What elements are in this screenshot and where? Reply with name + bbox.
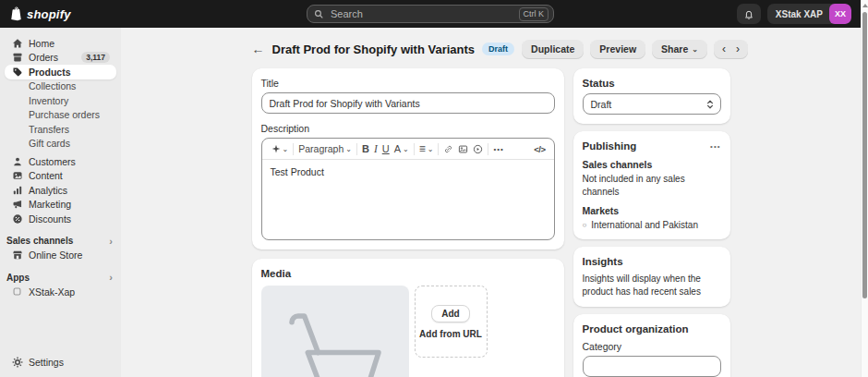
sales-channels-label: Sales channels [583, 159, 721, 170]
button-label: Share [661, 43, 688, 55]
sidebar-item-transfers[interactable]: Transfers [5, 122, 116, 137]
status-badge: Draft [482, 43, 514, 55]
sidebar-item-label: Online Store [29, 249, 82, 261]
sidebar-item-customers[interactable]: Customers [5, 154, 116, 169]
tag-icon [11, 67, 23, 78]
select-stepper-icon [706, 99, 714, 110]
category-input[interactable] [583, 356, 721, 377]
italic-button[interactable]: I [374, 143, 378, 154]
sidebar-item-online-store[interactable]: Online Store [5, 249, 116, 263]
sidebar-item-discounts[interactable]: Discounts [5, 212, 116, 226]
status-select[interactable]: Draft [583, 93, 721, 115]
button-label: Duplicate [531, 43, 574, 55]
bold-button[interactable]: B [362, 143, 369, 154]
search-shortcut-hint: Ctrl K [519, 7, 549, 21]
share-button[interactable]: Share ⌄ [652, 40, 707, 59]
paragraph-label: Paragraph [298, 143, 344, 154]
content-icon [11, 170, 23, 181]
sidebar: Home Orders 3,117 Products Collections I… [0, 28, 121, 377]
markets-value: International and Pakistan [591, 220, 698, 230]
sidebar-item-content[interactable]: Content [5, 169, 116, 184]
markets-row: ○ International and Pakistan [583, 220, 721, 230]
text-color-button[interactable]: A ⌄ [394, 143, 409, 154]
more-formatting-button[interactable]: ••• [493, 145, 503, 153]
status-card: Status Draft [573, 68, 730, 124]
publishing-card: Publishing ••• Sales channels Not includ… [573, 131, 730, 239]
back-button[interactable]: ← [252, 43, 265, 55]
shopify-logo[interactable]: shopify [0, 6, 71, 21]
insights-text: Insights will display when the product h… [583, 273, 721, 298]
search-input[interactable] [329, 7, 514, 20]
add-from-url-button[interactable]: Add from URL [419, 329, 482, 339]
sidebar-section-sales-channels[interactable]: Sales channels › [5, 234, 116, 249]
insights-card: Insights Insights will display when the … [573, 247, 730, 307]
sidebar-item-label: Marketing [29, 199, 71, 210]
search-icon [314, 9, 324, 19]
market-circle-icon: ○ [583, 221, 587, 229]
sidebar-item-purchase-orders[interactable]: Purchase orders [5, 108, 116, 123]
orders-count-badge: 3,117 [81, 52, 110, 63]
store-name: XStak XAP [776, 9, 823, 19]
sidebar-item-orders[interactable]: Orders 3,117 [5, 51, 116, 66]
sidebar-item-settings[interactable]: Settings [5, 356, 116, 371]
title-label: Title [261, 78, 555, 89]
bell-icon [743, 8, 754, 20]
sidebar-item-label: Discounts [29, 213, 71, 225]
add-media-button[interactable]: Add [431, 305, 469, 322]
main-content: ← Draft Prod for Shopify with Variants D… [121, 28, 861, 377]
media-card: Media Add Add from URL [252, 259, 564, 377]
paragraph-style-dropdown[interactable]: Paragraph ⌄ [298, 143, 352, 154]
scroll-up-arrow-icon[interactable] [862, 4, 868, 7]
insert-link-button[interactable] [443, 144, 453, 154]
sidebar-item-home[interactable]: Home [5, 36, 116, 51]
sidebar-item-label: Inventory [29, 95, 68, 106]
alignment-dropdown[interactable]: ≡ ⌄ [419, 142, 434, 155]
show-html-button[interactable]: </> [534, 144, 549, 154]
chevron-down-icon: ⌄ [403, 145, 409, 153]
insert-image-button[interactable] [458, 144, 468, 154]
sidebar-item-marketing[interactable]: Marketing [5, 198, 116, 213]
sidebar-section-apps[interactable]: Apps › [5, 270, 116, 285]
sidebar-item-analytics[interactable]: Analytics [5, 183, 116, 198]
magic-ai-button[interactable]: ⌄ [271, 144, 289, 153]
previous-product-button[interactable]: ‹ [722, 43, 726, 55]
media-upload-dropzone[interactable]: Add Add from URL [415, 286, 488, 358]
notifications-button[interactable] [737, 4, 761, 24]
title-input[interactable] [261, 92, 555, 114]
product-details-card: Title Description ⌄ [252, 68, 564, 249]
product-organization-card: Product organization Category Determines… [573, 314, 730, 377]
publishing-heading: Publishing [583, 140, 637, 152]
scrollbar-thumb[interactable] [862, 12, 867, 298]
sidebar-item-collections[interactable]: Collections [5, 79, 116, 94]
home-icon [11, 38, 23, 49]
duplicate-button[interactable]: Duplicate [522, 40, 584, 59]
sidebar-item-label: Content [29, 170, 63, 181]
description-label: Description [261, 123, 555, 134]
sidebar-item-inventory[interactable]: Inventory [5, 93, 116, 108]
app-icon [11, 286, 23, 297]
page-scrollbar[interactable] [861, 0, 868, 377]
sidebar-item-xstak-xap[interactable]: XStak-Xap [5, 285, 116, 299]
underline-button[interactable]: U [382, 143, 390, 154]
chevron-down-icon: ⌄ [345, 145, 352, 153]
page-title: Draft Prod for Shopify with Variants [272, 43, 476, 56]
sidebar-item-label: Purchase orders [29, 109, 100, 120]
cart-placeholder-icon [278, 304, 392, 377]
account-menu[interactable]: XStak XAP XX [767, 4, 851, 24]
more-options-icon[interactable]: ••• [710, 142, 720, 151]
orders-icon [11, 52, 23, 63]
sidebar-item-label: Orders [29, 52, 58, 63]
sidebar-item-gift-cards[interactable]: Gift cards [5, 137, 116, 152]
insert-video-button[interactable] [473, 144, 483, 154]
shopify-bag-icon [9, 6, 23, 21]
sidebar-item-products[interactable]: Products [5, 65, 116, 79]
global-search[interactable]: Ctrl K [307, 5, 554, 23]
sidebar-item-label: Analytics [29, 185, 67, 196]
next-product-button[interactable]: › [736, 43, 740, 55]
media-thumbnail[interactable] [261, 286, 409, 377]
sidebar-item-label: Home [29, 38, 54, 49]
markets-label: Markets [583, 205, 721, 216]
sidebar-item-label: Settings [29, 357, 64, 368]
preview-button[interactable]: Preview [590, 40, 645, 59]
description-input[interactable]: Test Product [262, 160, 554, 239]
